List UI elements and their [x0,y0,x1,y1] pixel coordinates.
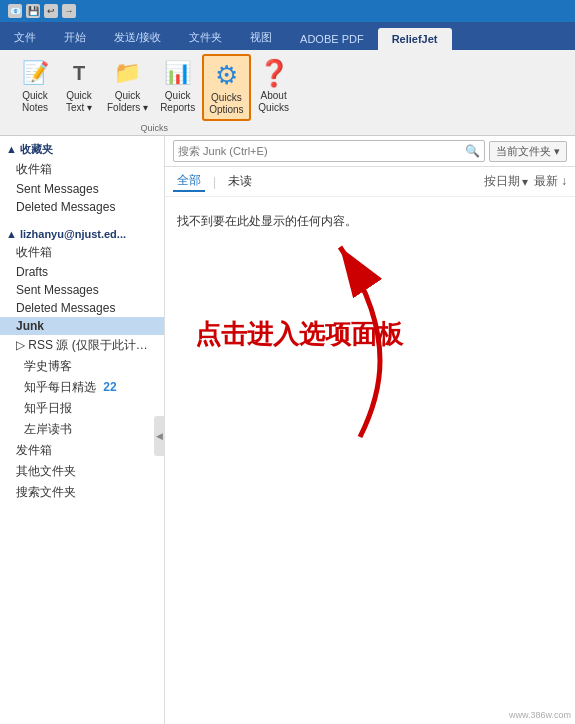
ribbon-group-label: Quicks [141,123,169,133]
sidebar-item-deleted-fav[interactable]: Deleted Messages [0,198,164,216]
sort-by-date[interactable]: 按日期 ▾ [484,173,528,190]
save-icon[interactable]: 💾 [26,4,40,18]
email-toolbar: 🔍 当前文件夹 ▾ [165,136,575,167]
tab-bar: 文件 开始 发送/接收 文件夹 视图 ADOBE PDF ReliefJet [0,22,575,50]
sidebar-item-sent[interactable]: Sent Messages [0,281,164,299]
tab-send-receive[interactable]: 发送/接收 [100,25,175,50]
sidebar-item-rss-zhihu-daily-picks[interactable]: 知乎每日精选 22 [0,377,164,398]
quick-folders-label: QuickFolders ▾ [107,90,148,114]
quick-notes-button[interactable]: 📝 QuickNotes [14,54,56,117]
folder-icon: 📁 [112,57,144,89]
sidebar-section-favorites: ▲ 收藏夹 收件箱 Sent Messages Deleted Messages [0,140,164,216]
app-icon: 📧 [8,4,22,18]
sidebar-item-inbox-fav[interactable]: 收件箱 [0,159,164,180]
tab-reliefjet[interactable]: ReliefJet [378,28,452,50]
annotation-area: 找不到要在此处显示的任何内容。 点击进入选项面板 [165,197,575,724]
search-input[interactable] [178,145,465,157]
sidebar-item-drafts[interactable]: Drafts [0,263,164,281]
folder-selector[interactable]: 当前文件夹 ▾ [489,141,567,162]
tab-view[interactable]: 视图 [236,25,286,50]
search-icon: 🔍 [465,144,480,158]
main-content: ◀ ▲ 收藏夹 收件箱 Sent Messages Deleted Messag… [0,136,575,724]
watermark: www.386w.com [509,710,571,720]
email-pane: 🔍 当前文件夹 ▾ 全部 | 未读 按日期 ▾ 最新 ↓ 找不到要在此处显示的任… [165,136,575,724]
sidebar: ◀ ▲ 收藏夹 收件箱 Sent Messages Deleted Messag… [0,136,165,724]
quick-folders-button[interactable]: 📁 QuickFolders ▾ [102,54,153,117]
quick-notes-label: QuickNotes [22,90,48,114]
text-icon: T [63,57,95,89]
notes-icon: 📝 [19,57,51,89]
folder-selector-label: 当前文件夹 ▾ [496,144,560,159]
sidebar-account-header[interactable]: ▲ lizhanyu@njust.ed... [0,226,164,242]
sidebar-divider [0,218,164,226]
about-quicks-label: AboutQuicks [258,90,289,114]
annotation-text: 点击进入选项面板 [195,317,403,352]
quicks-options-button[interactable]: ⚙ QuicksOptions [202,54,250,121]
badge-22: 22 [103,380,116,394]
tab-adobe-pdf[interactable]: ADOBE PDF [286,28,378,50]
sort-label: 按日期 [484,173,520,190]
sidebar-favorites-header[interactable]: ▲ 收藏夹 [0,140,164,159]
ribbon-buttons: 📝 QuickNotes T QuickText ▾ 📁 QuickFolder… [14,54,295,121]
filter-unread[interactable]: 未读 [224,172,256,191]
quick-reports-label: QuickReports [160,90,195,114]
sort-options: 按日期 ▾ 最新 ↓ [484,173,567,190]
filter-all[interactable]: 全部 [173,171,205,192]
about-quicks-button[interactable]: ❓ AboutQuicks [253,54,295,117]
title-bar-icons: 📧 💾 ↩ → [8,4,76,18]
sort-arrow: ▾ [522,175,528,189]
sort-direction[interactable]: 最新 ↓ [534,173,567,190]
sidebar-item-rss-zuoan[interactable]: 左岸读书 [0,419,164,440]
sidebar-item-sent-fav[interactable]: Sent Messages [0,180,164,198]
sidebar-item-rss[interactable]: ▷ RSS 源 (仅限于此计算... [0,335,164,356]
tab-folder[interactable]: 文件夹 [175,25,236,50]
tab-start[interactable]: 开始 [50,25,100,50]
sidebar-item-other-folders[interactable]: 其他文件夹 [0,461,164,482]
sidebar-item-rss-xueshi[interactable]: 学史博客 [0,356,164,377]
sidebar-item-junk[interactable]: Junk [0,317,164,335]
undo-icon[interactable]: ↩ [44,4,58,18]
gear-icon: ⚙ [210,59,242,91]
ribbon: 📝 QuickNotes T QuickText ▾ 📁 QuickFolder… [0,50,575,136]
ribbon-group-quicks: 📝 QuickNotes T QuickText ▾ 📁 QuickFolder… [8,54,301,135]
sidebar-item-outbox[interactable]: 发件箱 [0,440,164,461]
sidebar-item-search-folders[interactable]: 搜索文件夹 [0,482,164,503]
title-bar: 📧 💾 ↩ → [0,0,575,22]
email-filter-bar: 全部 | 未读 按日期 ▾ 最新 ↓ [165,167,575,197]
quick-text-button[interactable]: T QuickText ▾ [58,54,100,117]
about-icon: ❓ [258,57,290,89]
sidebar-item-rss-zhihu-ribao[interactable]: 知乎日报 [0,398,164,419]
tab-file[interactable]: 文件 [0,25,50,50]
sidebar-item-deleted[interactable]: Deleted Messages [0,299,164,317]
sidebar-collapse-button[interactable]: ◀ [154,416,164,456]
sidebar-item-inbox[interactable]: 收件箱 [0,242,164,263]
redo-icon[interactable]: → [62,4,76,18]
sidebar-section-account: ▲ lizhanyu@njust.ed... 收件箱 Drafts Sent M… [0,226,164,503]
search-box[interactable]: 🔍 [173,140,485,162]
quick-text-label: QuickText ▾ [66,90,92,114]
quicks-options-label: QuicksOptions [209,92,243,116]
reports-icon: 📊 [162,57,194,89]
email-empty: 找不到要在此处显示的任何内容。 [165,197,575,246]
quick-reports-button[interactable]: 📊 QuickReports [155,54,200,117]
